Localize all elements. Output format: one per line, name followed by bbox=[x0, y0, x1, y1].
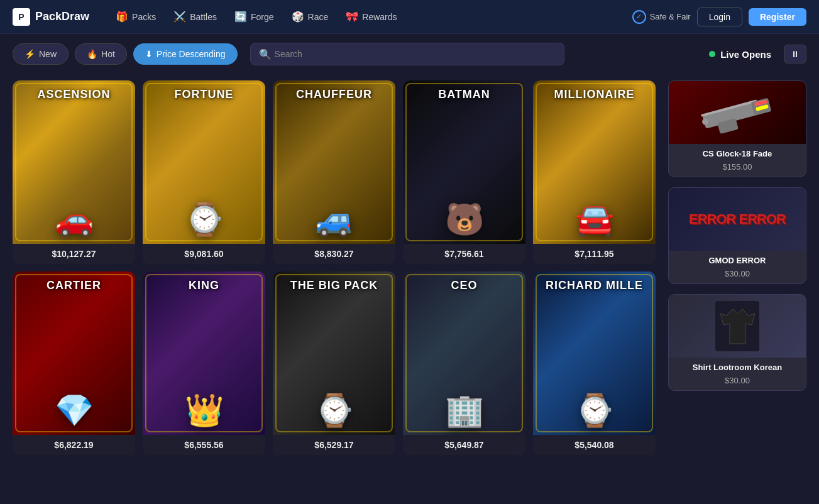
sidebar-price-shirt: $30.00 bbox=[669, 375, 806, 390]
pack-card-batman[interactable]: BATMAN 🐻 $7,756.61 bbox=[403, 80, 525, 264]
pack-price-fortune: $9,081.60 bbox=[143, 244, 265, 264]
pack-image-ceo: CEO 🏢 bbox=[403, 271, 525, 435]
pack-icon-cartier: 💎 bbox=[55, 392, 94, 429]
nav-rewards[interactable]: 🎀 Rewards bbox=[338, 7, 404, 26]
pack-image-millionaire: MILLIONAIRE 🚘 bbox=[533, 80, 656, 244]
pack-label-millionaire: MILLIONAIRE bbox=[533, 88, 656, 101]
pack-image-cartier: CARTIER 💎 bbox=[13, 271, 135, 435]
nav-packs[interactable]: 🎁 Packs bbox=[108, 7, 163, 26]
pack-card-ascension[interactable]: ASCENSION 🚗 $10,127.27 bbox=[13, 80, 135, 264]
pack-label-batman: BATMAN bbox=[403, 88, 525, 101]
pack-label-fortune: FORTUNE bbox=[143, 88, 265, 101]
pack-icon-ascension: 🚗 bbox=[55, 201, 94, 238]
pack-price-millionaire: $7,111.95 bbox=[533, 244, 656, 264]
pack-card-bigpack[interactable]: THE BIG PACK ⌚ $6,529.17 bbox=[273, 271, 395, 455]
search-icon: 🔍 bbox=[259, 48, 272, 60]
register-button[interactable]: Register bbox=[749, 8, 806, 26]
pack-decoration-bigpack: ⌚ bbox=[273, 337, 395, 435]
pack-image-richardmille: RICHARD MILLE ⌚ bbox=[533, 271, 656, 435]
pack-image-fortune: FORTUNE ⌚ bbox=[143, 80, 265, 244]
live-dot bbox=[709, 51, 715, 57]
logo-icon: P bbox=[13, 8, 30, 26]
nav-items: 🎁 Packs ⚔️ Battles 🔄 Forge 🎲 Race 🎀 Rewa… bbox=[108, 7, 632, 26]
battles-icon: ⚔️ bbox=[173, 11, 186, 23]
pack-price-ceo: $5,649.87 bbox=[403, 435, 525, 455]
pack-card-ceo[interactable]: CEO 🏢 $5,649.87 bbox=[403, 271, 525, 455]
sidebar-price-gmod: $30.00 bbox=[669, 268, 806, 283]
sidebar-item-shirt[interactable]: Shirt Lootroom Korean $30.00 bbox=[668, 294, 806, 391]
search-input[interactable] bbox=[250, 43, 564, 65]
nav-forge[interactable]: 🔄 Forge bbox=[227, 7, 282, 26]
pack-decoration-ceo: 🏢 bbox=[403, 337, 525, 435]
safe-fair: ✓ Safe & Fair bbox=[632, 10, 691, 24]
sidebar-name-gmod: GMOD ERROR bbox=[669, 251, 806, 268]
sidebar-item-glock[interactable]: CS Glock-18 Fade $155.00 bbox=[668, 80, 806, 177]
pack-decoration-chauffeur: 🚙 bbox=[273, 146, 395, 244]
nav-battles[interactable]: ⚔️ Battles bbox=[166, 7, 224, 26]
pause-icon: ⏸ bbox=[791, 49, 800, 59]
rewards-icon: 🎀 bbox=[346, 11, 358, 23]
svg-marker-7 bbox=[720, 309, 755, 344]
live-opens: Live Opens bbox=[709, 49, 771, 60]
sidebar-img-shirt bbox=[669, 295, 806, 358]
shield-icon: ✓ bbox=[632, 10, 646, 24]
pack-card-chauffeur[interactable]: CHAUFFEUR 🚙 $8,830.27 bbox=[273, 80, 395, 264]
race-icon: 🎲 bbox=[292, 11, 304, 23]
pack-price-batman: $7,756.61 bbox=[403, 244, 525, 264]
pack-image-batman: BATMAN 🐻 bbox=[403, 80, 525, 244]
price-sort-button[interactable]: ⬇ Price Descending bbox=[133, 43, 238, 65]
sidebar-img-gmod: ERROR ERROR bbox=[669, 188, 806, 251]
packs-icon: 🎁 bbox=[116, 11, 128, 23]
pack-icon-batman: 🐻 bbox=[445, 201, 484, 238]
navbar: P PackDraw 🎁 Packs ⚔️ Battles 🔄 Forge 🎲 … bbox=[0, 0, 819, 34]
pack-icon-fortune: ⌚ bbox=[185, 201, 224, 238]
pack-card-richardmille[interactable]: RICHARD MILLE ⌚ $5,540.08 bbox=[533, 271, 656, 455]
main-content: ASCENSION 🚗 $10,127.27 FORTUNE ⌚ $9,081.… bbox=[0, 74, 819, 468]
pack-price-chauffeur: $8,830.27 bbox=[273, 244, 395, 264]
pack-image-king: KING 👑 bbox=[143, 271, 265, 435]
pack-decoration-batman: 🐻 bbox=[403, 146, 525, 244]
sidebar-item-gmod[interactable]: ERROR ERROR GMOD ERROR $30.00 bbox=[668, 187, 806, 284]
pack-icon-ceo: 🏢 bbox=[445, 392, 484, 429]
logo[interactable]: P PackDraw bbox=[13, 8, 89, 26]
pack-card-cartier[interactable]: CARTIER 💎 $6,822.19 bbox=[13, 271, 135, 455]
pack-price-king: $6,555.56 bbox=[143, 435, 265, 455]
pack-card-fortune[interactable]: FORTUNE ⌚ $9,081.60 bbox=[143, 80, 265, 264]
pack-decoration-ascension: 🚗 bbox=[13, 146, 135, 244]
pack-label-ceo: CEO bbox=[403, 279, 525, 292]
pack-price-richardmille: $5,540.08 bbox=[533, 435, 656, 455]
pack-price-cartier: $6,822.19 bbox=[13, 435, 135, 455]
pack-card-king[interactable]: KING 👑 $6,555.56 bbox=[143, 271, 265, 455]
pack-icon-millionaire: 🚘 bbox=[575, 201, 614, 238]
pack-image-ascension: ASCENSION 🚗 bbox=[13, 80, 135, 244]
pack-card-millionaire[interactable]: MILLIONAIRE 🚘 $7,111.95 bbox=[533, 80, 656, 264]
fire-icon: 🔥 bbox=[87, 49, 97, 59]
nav-race[interactable]: 🎲 Race bbox=[284, 7, 336, 26]
pack-price-bigpack: $6,529.17 bbox=[273, 435, 395, 455]
pack-decoration-fortune: ⌚ bbox=[143, 146, 265, 244]
hot-filter-button[interactable]: 🔥 Hot bbox=[75, 43, 127, 65]
pack-icon-richardmille: ⌚ bbox=[575, 392, 614, 429]
pack-decoration-millionaire: 🚘 bbox=[533, 146, 656, 244]
arrow-down-icon: ⬇ bbox=[145, 49, 153, 59]
lightning-icon: ⚡ bbox=[25, 49, 35, 59]
pause-button[interactable]: ⏸ bbox=[784, 45, 806, 63]
pack-decoration-cartier: 💎 bbox=[13, 337, 135, 435]
sidebar-name-glock: CS Glock-18 Fade bbox=[669, 144, 806, 161]
pack-grid: ASCENSION 🚗 $10,127.27 FORTUNE ⌚ $9,081.… bbox=[13, 80, 656, 455]
pack-decoration-king: 👑 bbox=[143, 337, 265, 435]
search-container: 🔍 bbox=[250, 43, 564, 65]
new-filter-button[interactable]: ⚡ New bbox=[13, 43, 69, 65]
pack-icon-king: 👑 bbox=[185, 392, 224, 429]
sidebar-name-shirt: Shirt Lootroom Korean bbox=[669, 358, 806, 375]
toolbar: ⚡ New 🔥 Hot ⬇ Price Descending 🔍 Live Op… bbox=[0, 34, 819, 74]
pack-label-richardmille: RICHARD MILLE bbox=[533, 279, 656, 292]
pack-label-chauffeur: CHAUFFEUR bbox=[273, 88, 395, 101]
pack-label-ascension: ASCENSION bbox=[13, 88, 135, 101]
logo-text: PackDraw bbox=[35, 10, 89, 23]
login-button[interactable]: Login bbox=[697, 8, 742, 26]
nav-right: ✓ Safe & Fair Login Register bbox=[632, 8, 806, 26]
pack-image-chauffeur: CHAUFFEUR 🚙 bbox=[273, 80, 395, 244]
pack-label-king: KING bbox=[143, 279, 265, 292]
sidebar-img-glock bbox=[669, 81, 806, 144]
